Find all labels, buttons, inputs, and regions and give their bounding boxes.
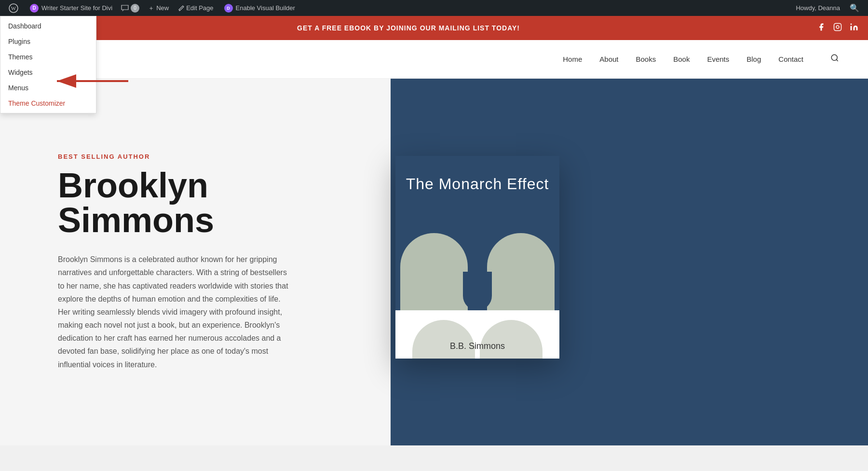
- instagram-icon[interactable]: [833, 23, 842, 33]
- divi-icon: D: [224, 4, 233, 13]
- hero-content: BEST SELLING AUTHOR Brooklyn Simmons Bro…: [0, 79, 868, 445]
- book-cover-shapes: [395, 204, 559, 310]
- nav-blog[interactable]: Blog: [746, 55, 761, 63]
- admin-search-icon[interactable]: 🔍: [845, 3, 864, 13]
- site-name-label: Writer Starter Site for Divi: [41, 4, 112, 12]
- nav-books[interactable]: Books: [636, 55, 656, 63]
- dropdown-item-theme-customizer[interactable]: Theme Customizer: [0, 96, 96, 111]
- svg-point-7: [831, 55, 837, 60]
- dropdown-item-themes[interactable]: Themes: [0, 49, 96, 65]
- book-card-container: The Monarch Effect B.B. Simmons: [395, 156, 559, 359]
- hero-text: BEST SELLING AUTHOR Brooklyn Simmons Bro…: [58, 153, 347, 371]
- edit-page-button[interactable]: Edit Page: [174, 0, 218, 16]
- banner-text: GET A FREE EBOOK BY JOINING OUR MAILING …: [10, 24, 807, 32]
- facebook-icon[interactable]: [817, 23, 826, 33]
- top-banner: GET A FREE EBOOK BY JOINING OUR MAILING …: [0, 16, 868, 40]
- nav-about[interactable]: About: [599, 55, 618, 63]
- howdy-text: Howdy, Deanna: [791, 4, 845, 12]
- nav-book[interactable]: Book: [673, 55, 690, 63]
- nav-home[interactable]: Home: [563, 55, 582, 63]
- site-name-item[interactable]: D Writer Starter Site for Divi: [25, 0, 117, 16]
- red-arrow-svg: [48, 71, 135, 91]
- svg-text:W: W: [11, 5, 16, 11]
- edit-page-label: Edit Page: [186, 4, 213, 12]
- appearance-dropdown: Dashboard Plugins Themes Widgets Menus T…: [0, 16, 96, 113]
- book-cover: The Monarch Effect: [395, 156, 559, 310]
- social-icons: [817, 23, 858, 33]
- new-label: New: [156, 4, 169, 12]
- book-card: The Monarch Effect B.B. Simmons: [395, 156, 559, 359]
- new-icon: ＋: [148, 4, 154, 13]
- svg-line-8: [836, 59, 838, 61]
- book-title: The Monarch Effect: [406, 175, 549, 193]
- shape-right: [487, 233, 555, 310]
- author-label: BEST SELLING AUTHOR: [58, 153, 347, 160]
- nav-contact[interactable]: Contact: [778, 55, 803, 63]
- divi-builder-button[interactable]: D Enable Visual Builder: [218, 0, 301, 16]
- author-bio: Brooklyn Simmons is a celebrated author …: [58, 253, 289, 371]
- comments-item[interactable]: 0: [117, 0, 143, 16]
- linkedin-icon[interactable]: [850, 23, 858, 33]
- admin-bar-right: Howdy, Deanna 🔍: [791, 3, 864, 13]
- new-button[interactable]: ＋ New: [143, 0, 174, 16]
- hero-section: BEST SELLING AUTHOR Brooklyn Simmons Bro…: [0, 79, 868, 445]
- admin-bar: W D Writer Starter Site for Divi 0 ＋ New…: [0, 0, 868, 16]
- nav-events[interactable]: Events: [707, 55, 729, 63]
- site-icon: D: [30, 4, 39, 13]
- nav-search-icon[interactable]: [830, 54, 839, 65]
- wp-logo-item[interactable]: W: [4, 0, 25, 16]
- svg-point-6: [851, 24, 852, 25]
- author-name: Brooklyn Simmons: [58, 168, 347, 237]
- dropdown-item-plugins[interactable]: Plugins: [0, 34, 96, 49]
- arrow-indicator: [48, 71, 135, 91]
- dropdown-item-dashboard[interactable]: Dashboard: [0, 18, 96, 34]
- shape-center-gap: [463, 272, 492, 310]
- book-author: B.B. Simmons: [395, 336, 559, 351]
- comments-count: 0: [131, 4, 139, 13]
- svg-rect-4: [834, 24, 841, 31]
- nav-links: Home About Books Book Events Blog Contac…: [563, 54, 839, 65]
- shape-left: [400, 233, 468, 310]
- book-bottom: B.B. Simmons: [395, 310, 559, 359]
- divi-label: Enable Visual Builder: [236, 4, 295, 12]
